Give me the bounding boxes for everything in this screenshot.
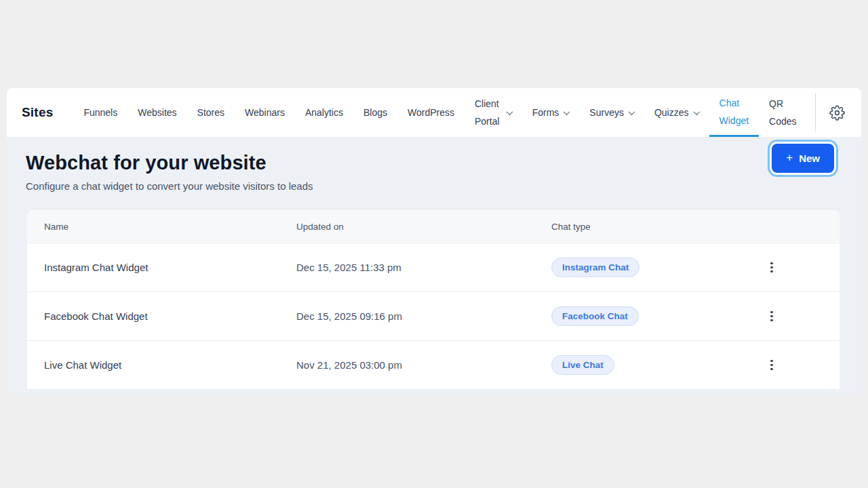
widget-updated-on: Dec 15, 2025 09:16 pm [296, 310, 551, 322]
chat-type-badge: Live Chat [551, 355, 614, 375]
row-actions-menu-button[interactable] [761, 257, 783, 279]
nav-item-forms[interactable]: Forms [522, 88, 580, 137]
chevron-down-icon [628, 108, 635, 115]
chat-type-badge: Instagram Chat [551, 258, 639, 277]
nav-divider [815, 94, 816, 131]
row-actions-menu-button[interactable] [761, 354, 783, 376]
nav-item-client-portal[interactable]: Client Portal [465, 88, 522, 137]
settings-button[interactable] [823, 88, 852, 137]
column-header-chat-type: Chat type [551, 222, 721, 232]
nav-item-quizzes[interactable]: Quizzes [644, 88, 709, 137]
nav-item-analytics[interactable]: Analytics [295, 88, 353, 137]
table-row[interactable]: Live Chat Widget Nov 21, 2025 03:00 pm L… [27, 341, 840, 390]
page-content: Webchat for your website Configure a cha… [7, 137, 861, 390]
nav-item-funnels[interactable]: Funnels [73, 88, 127, 137]
section-title-sites: Sites [22, 105, 53, 120]
kebab-menu-icon [770, 360, 773, 363]
widget-name: Instagram Chat Widget [44, 262, 296, 273]
chat-type-badge: Facebook Chat [551, 306, 639, 326]
gear-icon [829, 105, 845, 121]
nav-item-qr-codes[interactable]: QR Codes [759, 88, 807, 137]
chevron-down-icon [564, 108, 570, 115]
widget-name: Live Chat Widget [44, 359, 296, 371]
nav-item-stores[interactable]: Stores [187, 88, 235, 137]
widget-updated-on: Dec 15, 2025 11:33 pm [296, 262, 551, 273]
nav-item-webinars[interactable]: Webinars [235, 88, 295, 137]
kebab-menu-icon [770, 311, 773, 314]
widget-updated-on: Nov 21, 2025 03:00 pm [296, 359, 551, 371]
table-header-row: Name Updated on Chat type [27, 210, 840, 243]
widgets-table: Name Updated on Chat type Instagram Chat… [27, 210, 840, 390]
app-window: Sites Funnels Websites Stores Webinars A… [7, 88, 861, 395]
chevron-down-icon [506, 108, 513, 115]
nav-item-websites[interactable]: Websites [127, 88, 186, 137]
row-actions-menu-button[interactable] [761, 306, 783, 327]
page-title: Webchat for your website [26, 152, 841, 174]
new-button[interactable]: + New [772, 144, 834, 173]
top-navbar: Sites Funnels Websites Stores Webinars A… [7, 88, 861, 137]
nav-item-wordpress[interactable]: WordPress [397, 88, 465, 137]
plus-icon: + [786, 152, 793, 163]
column-header-name: Name [44, 222, 296, 232]
nav-item-surveys[interactable]: Surveys [579, 88, 644, 137]
new-button-label: New [799, 152, 820, 164]
nav-item-blogs[interactable]: Blogs [353, 88, 397, 137]
table-row[interactable]: Facebook Chat Widget Dec 15, 2025 09:16 … [27, 292, 840, 341]
column-header-updated-on: Updated on [296, 222, 551, 232]
nav-item-chat-widget[interactable]: Chat Widget [709, 88, 760, 137]
widget-name: Facebook Chat Widget [44, 310, 296, 322]
chevron-down-icon [693, 108, 700, 115]
page-subtitle: Configure a chat widget to convert your … [26, 180, 841, 192]
kebab-menu-icon [770, 262, 773, 265]
table-row[interactable]: Instagram Chat Widget Dec 15, 2025 11:33… [27, 243, 840, 292]
